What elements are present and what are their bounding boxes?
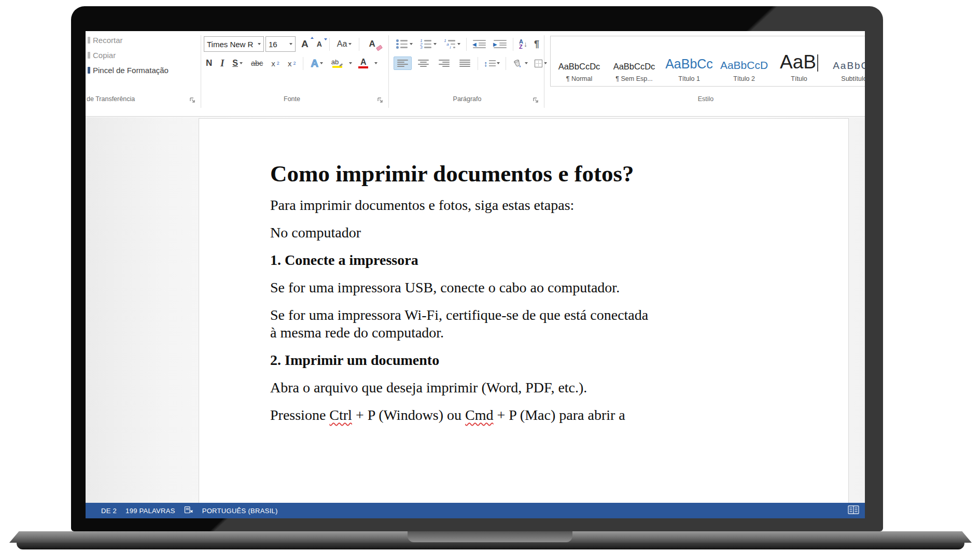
- style-preview: AaBbCcD: [720, 59, 768, 72]
- grow-font-icon: A: [301, 38, 309, 50]
- document-heading[interactable]: 1. Conecte a impressora: [270, 251, 786, 269]
- borders-button[interactable]: [533, 58, 549, 69]
- laptop-base-bottom-edge: [17, 543, 964, 549]
- bold-icon: N: [206, 58, 212, 68]
- misspelled-word: Ctrl: [329, 407, 352, 423]
- clear-formatting-button[interactable]: A: [367, 37, 377, 51]
- clipboard-dialog-launcher-icon[interactable]: [189, 96, 196, 103]
- align-center-icon: [416, 58, 430, 68]
- document-paragraph[interactable]: Se for uma impressora Wi-Fi, certifique-…: [270, 306, 786, 342]
- font-group-label: Fonte: [204, 95, 380, 103]
- increase-indent-button[interactable]: ▶: [491, 37, 509, 51]
- document-paragraph[interactable]: Pressione Ctrl + P (Windows) ou Cmd + P …: [270, 406, 786, 424]
- style-normal[interactable]: AaBbCcDc ¶ Normal: [552, 36, 607, 86]
- grow-font-button[interactable]: A: [299, 37, 311, 51]
- align-center-button[interactable]: [414, 56, 432, 70]
- style-label: Título 2: [733, 75, 755, 82]
- numbered-list-button[interactable]: 1 2 3: [417, 37, 439, 51]
- text-effects-button[interactable]: A: [309, 56, 325, 71]
- style-preview: AaBbCc: [833, 60, 865, 72]
- document-page[interactable]: Como imprimir documentos e fotos? Para i…: [199, 118, 849, 503]
- chevron-down-icon: [258, 43, 261, 45]
- chevron-down-icon: [497, 62, 500, 64]
- proofing-status-icon[interactable]: [184, 506, 193, 516]
- style-heading1[interactable]: AaBbCc Título 1: [662, 36, 717, 86]
- document-title[interactable]: Como imprimir documentos e fotos?: [270, 161, 786, 186]
- format-painter-button[interactable]: Pincel de Formatação: [88, 66, 169, 75]
- document-paragraph[interactable]: Para imprimir documentos e fotos, siga e…: [270, 196, 786, 214]
- chevron-down-icon: [289, 43, 292, 45]
- strikethrough-button[interactable]: abc: [249, 58, 265, 69]
- bold-button[interactable]: N: [204, 56, 214, 70]
- styles-gallery: AaBbCcDc ¶ Normal AaBbCcDc ¶ Sem Esp... …: [550, 36, 865, 87]
- style-preview: AaBbCcDc: [558, 62, 600, 72]
- show-formatting-marks-button[interactable]: ¶: [532, 37, 541, 51]
- multilevel-list-icon: 1 a i: [443, 38, 456, 50]
- highlight-color-bar: [332, 66, 342, 68]
- bullet-list-icon: [396, 38, 408, 50]
- document-heading[interactable]: 2. Imprimir um documento: [270, 351, 786, 369]
- chevron-down-icon: [240, 62, 243, 64]
- style-label: Título: [791, 75, 807, 82]
- line-spacing-icon: ↕: [484, 59, 488, 68]
- style-title[interactable]: AaB Título: [772, 36, 827, 86]
- bullet-list-button[interactable]: [394, 37, 415, 51]
- group-separator: [201, 35, 201, 108]
- cut-label: Recortar: [93, 36, 123, 45]
- shrink-font-button[interactable]: A: [315, 38, 324, 50]
- font-color-icon: A: [360, 58, 367, 66]
- chevron-down-icon: [410, 43, 413, 45]
- language-indicator[interactable]: PORTUGUÊS (BRASIL): [202, 507, 278, 515]
- page-indicator[interactable]: DE 2: [101, 507, 117, 515]
- misspelled-word: Cmd: [465, 407, 493, 423]
- line-spacing-button[interactable]: ↕: [482, 58, 502, 69]
- align-left-button[interactable]: [394, 56, 412, 70]
- paragraph-dialog-launcher-icon[interactable]: [533, 96, 539, 103]
- style-subtitle[interactable]: AaBbCc Subtítulo: [827, 36, 865, 86]
- document-paragraph[interactable]: No computador: [270, 224, 786, 242]
- document-canvas: Como imprimir documentos e fotos? Para i…: [86, 117, 865, 503]
- change-case-button[interactable]: Aa: [335, 38, 354, 50]
- decrease-indent-icon: ◀: [472, 39, 486, 49]
- decrease-indent-button[interactable]: ◀: [470, 37, 488, 51]
- chevron-down-icon: [457, 43, 460, 45]
- shading-button[interactable]: [510, 56, 530, 70]
- justify-button[interactable]: [456, 56, 474, 70]
- style-preview: AaBbCcDc: [613, 62, 655, 72]
- italic-button[interactable]: I: [218, 56, 226, 70]
- sort-button[interactable]: A Z ↓: [517, 37, 529, 51]
- clear-formatting-icon: A: [369, 39, 375, 49]
- laptop-screen: Recortar Copiar Pincel de Formatação de …: [86, 31, 865, 518]
- copy-button[interactable]: Copiar: [88, 51, 116, 60]
- font-dialog-launcher-icon[interactable]: [377, 96, 384, 103]
- status-bar: DE 2 199 PALAVRAS PORTUGUÊS (BRASIL): [86, 503, 865, 518]
- font-color-button[interactable]: A: [356, 56, 370, 70]
- group-separator: [388, 35, 389, 108]
- align-right-button[interactable]: [435, 56, 453, 70]
- font-name-combobox[interactable]: Times New R: [204, 36, 264, 52]
- font-size-combobox[interactable]: 16: [265, 36, 296, 52]
- paragraph-group-label: Parágrafo: [394, 95, 541, 103]
- document-paragraph[interactable]: Se for uma impressora USB, conecte o cab…: [270, 279, 786, 296]
- cut-button[interactable]: Recortar: [88, 36, 123, 45]
- underline-button[interactable]: S: [230, 57, 245, 69]
- read-mode-icon[interactable]: [847, 505, 860, 516]
- superscript-button[interactable]: x2: [286, 58, 298, 69]
- style-heading2[interactable]: AaBbCcD Título 2: [717, 36, 772, 86]
- text-effects-icon: A: [311, 58, 318, 69]
- sort-icon: A Z: [519, 39, 523, 49]
- pilcrow-icon: ¶: [534, 39, 539, 50]
- shrink-font-icon: A: [317, 40, 322, 48]
- multilevel-list-button[interactable]: 1 a i: [441, 37, 463, 51]
- word-count[interactable]: 199 PALAVRAS: [125, 507, 175, 515]
- chevron-down-icon: [433, 43, 437, 45]
- document-paragraph[interactable]: Abra o arquivo que deseja imprimir (Word…: [270, 379, 786, 397]
- eraser-icon: [376, 45, 383, 51]
- subscript-button[interactable]: x2: [269, 58, 282, 69]
- text-highlight-button[interactable]: ab: [329, 57, 345, 69]
- chevron-down-icon: [525, 62, 528, 64]
- borders-icon: [535, 60, 542, 67]
- style-label: ¶ Sem Esp...: [615, 75, 652, 82]
- style-no-spacing[interactable]: AaBbCcDc ¶ Sem Esp...: [607, 36, 662, 86]
- word-ribbon: Recortar Copiar Pincel de Formatação de …: [86, 31, 865, 117]
